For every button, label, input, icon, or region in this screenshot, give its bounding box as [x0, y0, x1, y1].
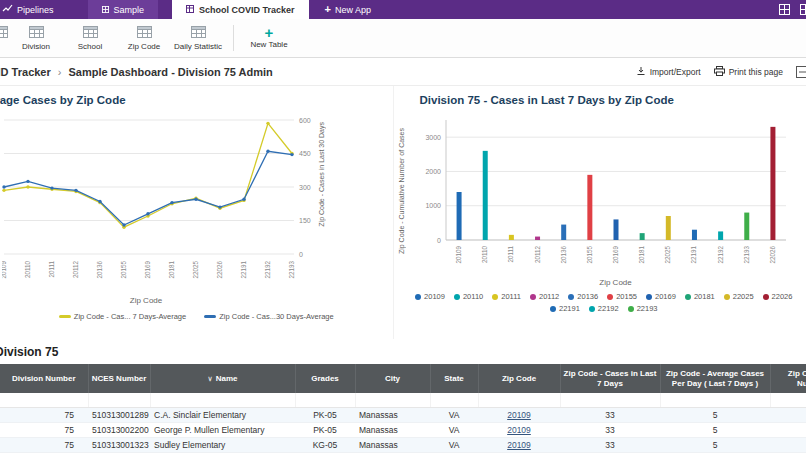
bar[interactable]: [639, 233, 644, 240]
legend-item[interactable]: 20112: [530, 292, 559, 301]
toolbar-item-school[interactable]: School: [63, 26, 117, 51]
cell: 33: [560, 408, 660, 423]
data-point[interactable]: [50, 186, 53, 189]
data-point[interactable]: [290, 153, 293, 156]
data-point[interactable]: [266, 150, 269, 153]
bar[interactable]: [587, 175, 592, 240]
data-point[interactable]: [2, 185, 5, 188]
line-series[interactable]: [4, 123, 292, 227]
toolbar-item-zip-code[interactable]: Zip Code: [117, 26, 171, 51]
column-header[interactable]: City: [355, 364, 430, 393]
table-row[interactable]: 75510313002200George P. Mullen Elementar…: [0, 423, 806, 438]
x-tick-label: 20112: [72, 261, 79, 279]
legend-item[interactable]: 22026: [763, 292, 793, 301]
apps-grid-icon[interactable]: [779, 4, 790, 15]
table-row[interactable]: 75510313001289C.A. Sinclair ElementaryPK…: [0, 408, 806, 423]
data-point[interactable]: [26, 185, 29, 188]
bar[interactable]: [508, 235, 513, 240]
page-options-icon[interactable]: [796, 66, 806, 78]
bar-chart-svg[interactable]: 0100020003000201092011020111201122013620…: [408, 112, 792, 276]
legend-item[interactable]: Zip Code - Cas... 7 Days-Average: [59, 312, 186, 321]
bar[interactable]: [691, 230, 696, 240]
breadcrumb-root[interactable]: School COVID Tracker: [0, 66, 51, 78]
legend-item[interactable]: 20155: [607, 292, 637, 301]
table-icon: [137, 26, 152, 40]
column-header[interactable]: NCES Number: [88, 364, 150, 393]
toolbar-item-clipped[interactable]: [0, 26, 9, 51]
y-tick-label: 600: [299, 117, 311, 124]
sort-caret-icon: ∨: [208, 375, 213, 382]
data-point[interactable]: [74, 189, 77, 192]
legend-marker: [646, 294, 652, 300]
legend-marker: [59, 315, 71, 318]
legend-item[interactable]: 22025: [724, 292, 754, 301]
legend-item[interactable]: 20181: [685, 292, 715, 301]
legend-item[interactable]: 20136: [568, 292, 598, 301]
new-app-button[interactable]: + New App: [325, 0, 371, 19]
bar[interactable]: [665, 216, 670, 240]
zip-link[interactable]: 20109: [507, 410, 531, 420]
y-tick-label: 1000: [425, 202, 441, 209]
zip-link[interactable]: 20109: [507, 440, 531, 450]
tab-sample[interactable]: Sample: [88, 0, 159, 19]
column-header[interactable]: Zip Code - Average Cases Per Day ( Last …: [660, 364, 770, 393]
legend-item[interactable]: 22192: [589, 304, 619, 313]
legend-marker: [607, 294, 613, 300]
column-header[interactable]: Division Number: [0, 364, 88, 393]
data-point[interactable]: [146, 212, 149, 215]
cell: VA: [430, 408, 478, 423]
legend-item[interactable]: 20110: [454, 292, 483, 301]
print-page-button[interactable]: Print this page: [714, 66, 783, 78]
bar[interactable]: [770, 127, 775, 240]
data-point[interactable]: [122, 223, 125, 226]
x-tick-label: 22193: [288, 261, 295, 279]
legend-item[interactable]: Zip Code - Cas...30 Days-Average: [204, 312, 334, 321]
column-header[interactable]: Zip Code - Cases in Last 7 Days: [560, 364, 660, 393]
bar[interactable]: [561, 225, 566, 240]
column-header[interactable]: Grades: [295, 364, 355, 393]
column-header[interactable]: Zip Code: [478, 364, 560, 393]
bar[interactable]: [613, 219, 618, 240]
legend-item[interactable]: 20169: [646, 292, 676, 301]
data-point[interactable]: [242, 198, 245, 201]
legend-item[interactable]: 20109: [415, 292, 445, 301]
cell: 510313001323: [88, 438, 150, 453]
bar[interactable]: [535, 237, 540, 240]
x-tick-label: 20155: [120, 261, 127, 279]
column-header[interactable]: Zip Code - Cumulative Number of Cases: [770, 364, 806, 393]
bar[interactable]: [744, 213, 749, 240]
data-point[interactable]: [218, 205, 221, 208]
line-chart-svg[interactable]: 0150300450600201092011020111201122013620…: [2, 112, 344, 294]
legend-label: Zip Code - Cas... 7 Days-Average: [74, 312, 186, 321]
y-tick-label: 0: [299, 251, 303, 258]
legend-item[interactable]: 22193: [628, 304, 658, 313]
filter-cell: [560, 393, 660, 408]
data-point[interactable]: [98, 200, 101, 203]
bar[interactable]: [482, 151, 487, 240]
data-point[interactable]: [26, 180, 29, 183]
legend-item[interactable]: 20111: [492, 292, 521, 301]
x-tick-label: 20136: [96, 261, 103, 279]
data-point[interactable]: [266, 122, 269, 125]
toolbar-item-division[interactable]: Division: [9, 26, 63, 51]
column-header[interactable]: ∨Name: [150, 364, 295, 393]
legend-item[interactable]: 22191: [550, 304, 580, 313]
new-table-button[interactable]: + New Table: [242, 27, 296, 49]
data-point[interactable]: [194, 198, 197, 201]
data-point[interactable]: [170, 201, 173, 204]
account-icon[interactable]: [800, 4, 806, 15]
legend-label: Zip Code - Cas...30 Days-Average: [219, 312, 334, 321]
import-export-button[interactable]: Import/Export: [636, 66, 701, 78]
cell: 33: [560, 423, 660, 438]
brand[interactable]: Pipelines: [0, 0, 62, 19]
brand-label: Pipelines: [17, 5, 54, 15]
zip-link[interactable]: 20109: [507, 425, 531, 435]
bar[interactable]: [718, 231, 723, 240]
column-header[interactable]: State: [430, 364, 478, 393]
toolbar-item-daily-statistic[interactable]: Daily Statistic: [171, 26, 225, 51]
cell: 5: [660, 423, 770, 438]
data-point[interactable]: [2, 189, 5, 192]
bar[interactable]: [456, 192, 461, 240]
table-row[interactable]: 75510313001323Sudley ElementaryKG-05Mana…: [0, 438, 806, 453]
tab-school-covid-tracker[interactable]: School COVID Tracker: [172, 0, 309, 19]
